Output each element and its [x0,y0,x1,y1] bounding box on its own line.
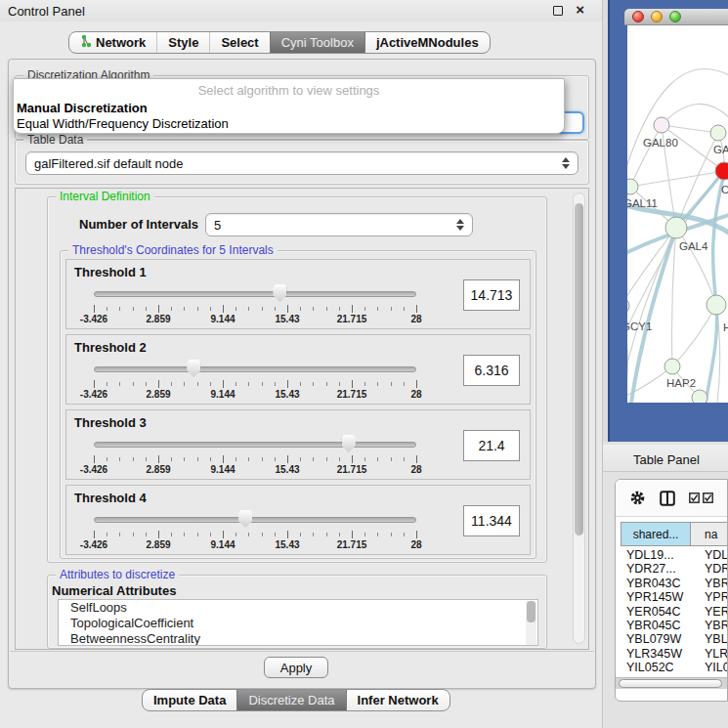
network-node-gal4[interactable] [665,217,687,238]
right-region: GAL80GACGAL11GAL4GCY1HHAP2 Table Panel [603,0,728,728]
cell-name[interactable]: YDR2 [691,562,728,576]
close-icon[interactable]: × [576,1,584,18]
network-edge[interactable] [627,187,630,250]
cell-name[interactable]: YPR1 [691,590,728,604]
cell-name[interactable]: YER0 [691,605,728,619]
table-row[interactable]: YDL19...YDL1 [621,548,728,562]
table-row[interactable]: YBR043CYBR0 [621,577,728,590]
slider-tick [326,533,327,536]
tab-impute-data[interactable]: Impute Data [143,690,236,710]
slider-thumb[interactable] [273,284,286,302]
cell-name[interactable]: YBL0 [691,632,728,646]
threshold-4-row: Threshold 4 -3.4262.8599.14415.4321.7152… [65,485,531,555]
threshold-4-value-field[interactable]: 11.344 [463,505,520,536]
network-edge[interactable] [662,104,728,125]
table-row[interactable]: YIL052CYIL0 [621,661,728,674]
node-label: C [721,184,728,195]
threshold-1-value-field[interactable]: 14.713 [463,279,520,311]
table-row[interactable]: YBL079WYBL0 [621,632,728,646]
network-node-c[interactable] [715,162,728,180]
network-edge-highlighted[interactable] [706,305,717,403]
column-header-name[interactable]: na [691,522,728,546]
cell-shared-name[interactable]: YBR043C [621,577,691,590]
slider-tick [300,307,301,311]
network-window-titlebar[interactable] [624,9,728,25]
threshold-3-slider[interactable]: -3.4262.8599.14415.4321.71528 [94,434,416,477]
slider-tick [300,533,301,536]
tab-cyni-toolbox[interactable]: Cyni Toolbox [270,32,364,53]
network-node[interactable] [692,390,707,403]
zoom-traffic-light[interactable] [669,11,681,22]
cell-name[interactable]: YIL0 [691,661,728,674]
threshold-2-slider[interactable]: -3.4262.8599.14415.4321.71528 [94,359,416,402]
float-window-icon[interactable] [553,6,563,16]
table-row[interactable]: YDR27...YDR2 [621,562,728,576]
minimize-traffic-light[interactable] [651,11,663,22]
cell-name[interactable]: YBR0 [691,577,728,590]
column-header-shared-name[interactable]: shared... [621,522,691,546]
tab-network[interactable]: Network [69,32,156,53]
list-scrollbar[interactable] [526,601,536,646]
network-edge[interactable] [676,228,716,305]
slider-thumb[interactable] [238,510,252,528]
table-hscrollbar[interactable] [616,677,728,689]
table-data-combobox[interactable]: galFiltered.sif default node [25,151,578,175]
table-row[interactable]: YER054CYER0 [621,605,728,619]
tab-infer-network[interactable]: Infer Network [346,690,450,710]
cell-shared-name[interactable]: YIL052C [621,661,691,674]
apply-button[interactable]: Apply [264,657,328,678]
cell-shared-name[interactable]: YBL079W [621,632,691,646]
network-node-gcy1[interactable] [627,298,629,314]
network-node-gal11[interactable] [627,179,638,194]
number-of-intervals-combobox[interactable]: 5 [205,213,473,236]
list-item[interactable]: BetweennessCentrality [59,631,537,646]
slider-tick [158,305,159,313]
network-node-ga[interactable] [710,125,726,141]
network-node-gal80[interactable] [654,117,669,133]
network-canvas[interactable]: GAL80GACGAL11GAL4GCY1HHAP2 [627,25,728,403]
list-item[interactable]: SelfLoops [59,600,537,616]
network-edge[interactable] [672,228,677,366]
threshold-1-slider[interactable]: -3.4262.8599.14415.4321.71528 [94,283,416,326]
slider-tick [416,305,417,313]
close-traffic-light[interactable] [632,11,644,22]
network-node-hap2[interactable] [664,359,680,374]
slider-thumb[interactable] [342,435,356,452]
slider-tick [171,382,172,386]
network-edge[interactable] [672,305,716,366]
cell-shared-name[interactable]: YDL19... [621,548,691,562]
table-row[interactable]: YBR045CYBR0 [621,619,728,632]
cell-shared-name[interactable]: YER054C [621,605,691,619]
network-edge[interactable] [627,228,676,306]
cell-name[interactable]: YBR0 [691,619,728,632]
slider-tick [377,457,378,461]
algorithm-option-equal-width[interactable]: Equal Width/Frequency Discretization [14,116,564,132]
table-row[interactable]: YPR145WYPR1 [621,590,728,604]
tab-discretize-data[interactable]: Discretize Data [236,690,345,710]
columns-icon[interactable] [660,491,675,506]
gear-icon[interactable] [629,490,646,506]
list-item[interactable]: TopologicalCoefficient [59,616,537,631]
cell-name[interactable]: YDL1 [691,548,728,562]
network-edge[interactable] [630,171,724,187]
threshold-4-slider[interactable]: -3.4262.8599.14415.4321.71528 [94,509,416,552]
cell-shared-name[interactable]: YPR145W [621,590,691,604]
tab-style[interactable]: Style [156,32,209,53]
cell-shared-name[interactable]: YBR045C [621,619,691,632]
threshold-3-value-field[interactable]: 21.4 [463,430,520,461]
network-node-h[interactable] [707,295,726,315]
tab-jactivemnodules[interactable]: jActiveMNodules [364,32,490,53]
table-row[interactable]: YLR345WYLR3 [621,647,728,661]
slider-thumb[interactable] [187,360,200,377]
settings-scrollbar[interactable] [573,193,585,644]
column-visibility-icons[interactable] [689,492,713,503]
cell-shared-name[interactable]: YLR345W [621,647,691,661]
numerical-attributes-list[interactable]: SelfLoopsTopologicalCoefficientBetweenne… [58,599,538,646]
cell-name[interactable]: YLR3 [691,647,728,661]
cell-shared-name[interactable]: YDR27... [621,562,691,576]
threshold-2-value-field[interactable]: 6.316 [463,355,520,386]
network-edge[interactable] [630,125,662,187]
threshold-coordinates-group: Threshold's Coordinates for 5 Intervals … [60,250,536,559]
tab-select[interactable]: Select [209,32,269,53]
algorithm-option-manual[interactable]: Manual Discretization [14,101,564,116]
